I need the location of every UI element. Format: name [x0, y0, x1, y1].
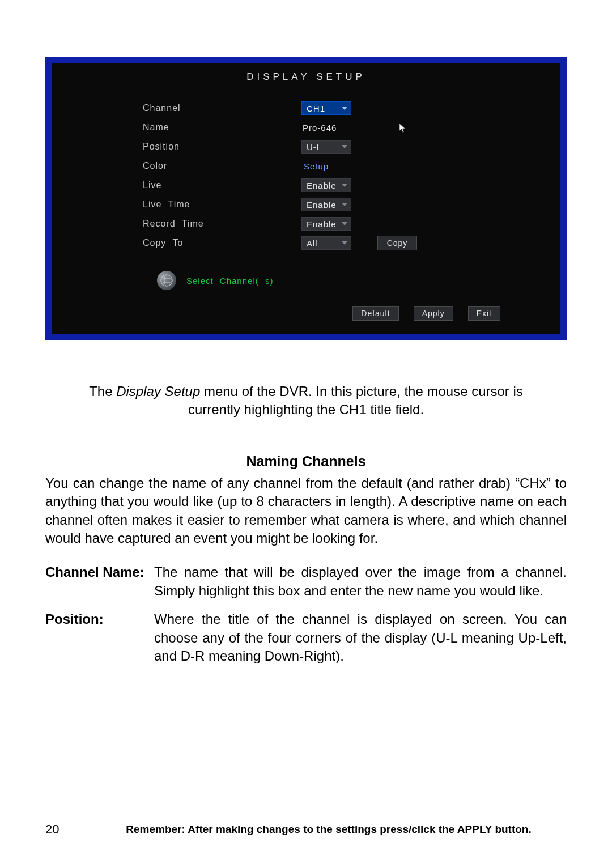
def-position: Position: Where the title of the channel… — [45, 610, 567, 665]
def-text: The name that will be displayed over the… — [154, 563, 567, 600]
section-paragraph: You can change the name of any channel f… — [45, 474, 567, 548]
copy-button[interactable]: Copy — [377, 236, 417, 250]
row-channel: Channel CH1 — [143, 99, 560, 118]
chevron-down-icon — [342, 221, 347, 227]
position-dropdown[interactable]: U-L — [301, 140, 351, 154]
chevron-down-icon — [342, 144, 347, 150]
exit-button[interactable]: Exit — [468, 306, 500, 321]
label-name: Name — [143, 122, 301, 133]
hint-row: Select Channel( s) — [157, 271, 273, 290]
name-input-value: Pro-646 — [303, 123, 337, 133]
def-term: Channel Name: — [45, 563, 154, 600]
label-copy-to: Copy To — [143, 238, 301, 248]
name-input[interactable]: Pro-646 — [301, 121, 371, 134]
svg-point-1 — [161, 278, 172, 283]
panel-title: DISPLAY SETUP — [52, 63, 560, 99]
exit-button-label: Exit — [477, 309, 492, 318]
row-color: Color Setup — [143, 156, 560, 176]
channel-dropdown-value: CH1 — [307, 104, 325, 113]
channel-dropdown[interactable]: CH1 — [301, 101, 351, 115]
default-button-label: Default — [361, 309, 390, 318]
display-setup-screenshot: DISPLAY SETUP Channel CH1 Name Pro-646 — [45, 57, 567, 340]
record-time-dropdown[interactable]: Enable — [301, 217, 351, 231]
chevron-down-icon — [342, 182, 347, 188]
copy-button-label: Copy — [387, 239, 408, 248]
chevron-down-icon — [342, 105, 347, 111]
settings-rows: Channel CH1 Name Pro-646 Position — [52, 99, 560, 253]
dialog-buttons: Default Apply Exit — [352, 306, 500, 321]
label-color: Color — [143, 161, 301, 171]
label-position: Position — [143, 142, 301, 152]
row-live-time: Live Time Enable — [143, 195, 560, 214]
record-time-dropdown-value: Enable — [307, 219, 337, 229]
def-text: Where the title of the channel is displa… — [154, 610, 567, 665]
row-copy-to: Copy To All Copy — [143, 233, 560, 253]
live-time-dropdown-value: Enable — [307, 200, 337, 210]
label-live: Live — [143, 180, 301, 190]
live-dropdown-value: Enable — [307, 181, 337, 190]
label-record-time: Record Time — [143, 219, 301, 229]
globe-icon — [157, 271, 176, 290]
footer-reminder: Remember: After making changes to the se… — [91, 823, 567, 836]
default-button[interactable]: Default — [352, 306, 398, 321]
apply-button[interactable]: Apply — [414, 306, 453, 321]
figure-caption: The Display Setup menu of the DVR. In th… — [45, 382, 567, 419]
label-channel: Channel — [143, 103, 301, 113]
chevron-down-icon — [342, 202, 347, 207]
color-setup-label: Setup — [304, 161, 329, 171]
section-heading: Naming Channels — [45, 453, 567, 470]
hint-text: Select Channel( s) — [186, 276, 273, 286]
color-setup-button[interactable]: Setup — [301, 159, 354, 173]
def-term: Position: — [45, 610, 154, 665]
caption-em: Display Setup — [116, 384, 200, 399]
position-dropdown-value: U-L — [307, 142, 322, 152]
live-time-dropdown[interactable]: Enable — [301, 198, 351, 211]
row-position: Position U-L — [143, 137, 560, 156]
definition-list: Channel Name: The name that will be disp… — [45, 563, 567, 665]
caption-post: menu of the DVR. In this picture, the mo… — [188, 384, 523, 417]
apply-button-label: Apply — [422, 309, 445, 318]
page-number: 20 — [45, 822, 91, 837]
row-live: Live Enable — [143, 176, 560, 195]
row-record-time: Record Time Enable — [143, 214, 560, 233]
def-channel-name: Channel Name: The name that will be disp… — [45, 563, 567, 600]
copy-to-dropdown-value: All — [307, 239, 318, 248]
dvr-menu-panel: DISPLAY SETUP Channel CH1 Name Pro-646 — [52, 63, 560, 334]
caption-pre: The — [89, 384, 116, 399]
chevron-down-icon — [342, 240, 347, 246]
row-name: Name Pro-646 — [143, 118, 560, 137]
live-dropdown[interactable]: Enable — [301, 178, 351, 192]
copy-to-dropdown[interactable]: All — [301, 236, 351, 250]
label-live-time: Live Time — [143, 199, 301, 210]
page-footer: 20 Remember: After making changes to the… — [45, 822, 567, 837]
